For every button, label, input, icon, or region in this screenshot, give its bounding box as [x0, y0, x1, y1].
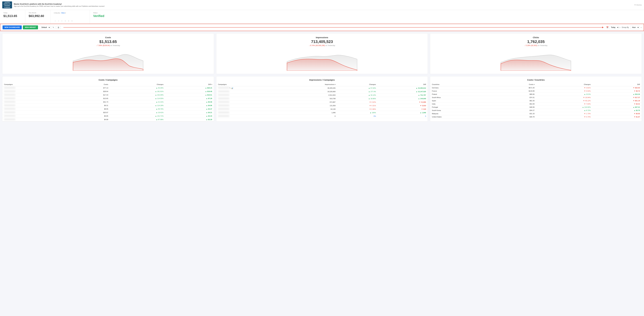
diff-cell: ▲ 15,494,612: [378, 86, 428, 90]
costs-chart: [5, 48, 211, 71]
toolbar-arrow: [64, 27, 604, 28]
costs-cell: $28.64: [71, 90, 110, 93]
changes-cell: ▲ 18.66%: [337, 97, 378, 100]
costs-cell: $31.33: [492, 112, 536, 115]
diff-cell: ▲ $3.33: [165, 114, 214, 118]
country-cell: India: [430, 102, 492, 106]
new-dashboard-button[interactable]: NEW DASHBOARD: [2, 26, 22, 29]
campaign-cell: [2, 90, 71, 93]
changes-cell: ▼ 3.81%: [536, 86, 592, 90]
costs-value: $1,513.65: [5, 40, 211, 44]
clicks-change: ↓ 5.28% (92,953) on Yesterday: [433, 45, 639, 47]
months-chart: J J A S O: [54, 15, 86, 22]
campaign-cell: [2, 104, 71, 107]
impressions-cell: 2,914,404: [285, 93, 337, 97]
impressions-change-suffix: on Yesterday: [325, 45, 335, 47]
impressions-change-abs: (69,506,298): [316, 45, 325, 47]
changes-cell: ▼ 18.94%: [536, 96, 592, 99]
impressions-title: Impressions: [219, 36, 425, 39]
diff-cell: ▲ $4.47: [165, 107, 214, 111]
months-view-link[interactable]: View: [61, 12, 65, 14]
diff-cell: ▲ $16.34: [592, 93, 642, 96]
edit-icon[interactable]: ✎: [229, 87, 231, 89]
stat-month: This Month $63,992.60: [25, 10, 50, 24]
costs-cell: $48.99: [492, 106, 536, 109]
campaign-cell: [2, 107, 71, 111]
table-row: 1,846 ▲ 100% ▲ 1,846: [216, 111, 428, 114]
changes-cell: ▲ 35.35%: [110, 86, 165, 90]
date-select[interactable]: Today: [609, 26, 619, 29]
month-value: $63,992.60: [28, 14, 47, 18]
changes-cell: ▲ 67.63%: [337, 86, 378, 90]
diff-cell: ▼ 5,910: [378, 104, 428, 107]
changes-cell: ▼ 7.63%: [536, 102, 592, 106]
table-row: France $133.89 ▼ 0.54% ▼ $0.72: [430, 90, 642, 93]
hour-select[interactable]: Hour: [630, 26, 639, 29]
table-row: 131,059 ▼ 4.31% ▼ 5,910: [216, 104, 428, 107]
bottom-widgets-row: Costs / Campaigns Campaigns Costs Change…: [2, 76, 642, 122]
top-widgets-row: Costs $1,513.65 ↓ 7.06% ($106.84) on Yes…: [2, 33, 642, 74]
table-row: $8.95 ▲ 99.76% ▲ $4.47: [2, 107, 214, 111]
table-row: India $52.09 ▼ 7.63% ▼ $4.31: [430, 102, 642, 106]
table-row: South Korea $34.27 ▲ 8.72% ▲ $2.75: [430, 109, 642, 112]
arrow-head: [602, 27, 604, 28]
changes-cell: 0%: [337, 114, 378, 118]
impressions-cell: 1,846: [285, 111, 337, 114]
chart-icon[interactable]: 📊: [231, 87, 233, 89]
table-row: 0 0% 0: [216, 114, 428, 118]
clicks-title: Clicks: [433, 36, 639, 39]
impressions-campaigns-table: Campaigns Impressions ▾ Changes Diff ✎ 📊…: [216, 83, 428, 118]
table-row: $5.85 ▲ 131.71% ▲ $3.33: [2, 114, 214, 118]
delete-dashboard-button[interactable]: 🗑: [56, 26, 60, 29]
changes-cell: ▲ 100%: [337, 111, 378, 114]
changes-cell: ▲ 8.72%: [536, 109, 592, 112]
status-value: Verified: [93, 14, 117, 18]
impressions-campaigns-title: Impressions / Campaigns: [216, 79, 428, 81]
stats-row: Today $1,513.65 This Month $63,992.60 6 …: [0, 10, 644, 24]
costs-countries-table: Countries Costs ▾ Changes Diff Germany $…: [430, 83, 642, 119]
costs-cell: $89.06: [492, 93, 536, 96]
changes-cell: ▲ 21.31%: [110, 100, 165, 104]
table-header-row: Countries Costs ▾ Changes Diff: [430, 83, 642, 86]
date-selector: 📅 Today ▾: [606, 26, 620, 29]
costs-cell: $9.31: [71, 104, 110, 107]
campaign-cell: [2, 86, 71, 90]
campaign-cell: [2, 93, 71, 97]
changes-cell: ▲ 19.41%: [110, 111, 165, 114]
diff-cell: ▲ $7.29: [165, 97, 214, 100]
campaign-cell: [216, 107, 285, 111]
new-widget-button[interactable]: NEW WIDGET: [23, 26, 38, 29]
campaign-cell: [216, 100, 285, 104]
costs-cell: $52.09: [492, 102, 536, 106]
costs-cell: $74.31: [492, 96, 536, 99]
changes-cell: ▲ 15.5%: [536, 93, 592, 96]
costs-cell: $8.95: [71, 107, 110, 111]
clicks-change-pct: ↓ 5.28%: [524, 45, 530, 47]
col-impressions: Impressions ▾: [285, 83, 337, 86]
impressions-cell: 919,799: [285, 97, 337, 100]
table-row: $4.89 ▲ 87.98% ▲ $2.29: [2, 118, 214, 121]
diff-cell: ▲ $5.58: [165, 100, 214, 104]
dismiss-button[interactable]: 👁 Dismiss: [634, 4, 642, 6]
diff-cell: ▲ $2.29: [165, 118, 214, 121]
table-row: ✎ 📊 38,405,045 ▲ 67.63% ▲ 15,494,612: [216, 86, 428, 90]
country-cell: Germany: [430, 86, 492, 90]
edit-dashboard-button[interactable]: ✎: [51, 26, 56, 29]
impressions-cell: 872,887: [285, 100, 337, 104]
banner-logo: exoClickplatform byExoClickAcademy!: [2, 2, 12, 9]
banner-text: Master ExoClick's platform with the ExoC…: [14, 3, 104, 7]
changes-cell: ▼ 3.52%: [337, 100, 378, 104]
costs-cell: $571.93: [492, 86, 536, 90]
table-row: $77.13 ▲ 35.35% ▲ $20.15: [2, 86, 214, 90]
impressions-cell: 64,130: [285, 107, 337, 111]
table-row: Portugal $48.99 ▲ 124.92% ▲ $27.21: [430, 106, 642, 109]
table-row: 2,914,404 ▲ 34.14% ▲ 741,787: [216, 93, 428, 97]
changes-cell: ▼ 4.31%: [337, 104, 378, 107]
costs-cell: $62.26: [492, 99, 536, 102]
dashboard-select[interactable]: Default: [40, 26, 50, 29]
col-countries: Countries: [430, 83, 492, 86]
costs-title: Costs: [5, 36, 211, 39]
diff-cell: ▲ $4.21: [165, 111, 214, 114]
impressions-change-pct: ↓ 9.74%: [309, 45, 315, 47]
table-row: 64,130 ▼ 0.96% ▼ 619: [216, 107, 428, 111]
